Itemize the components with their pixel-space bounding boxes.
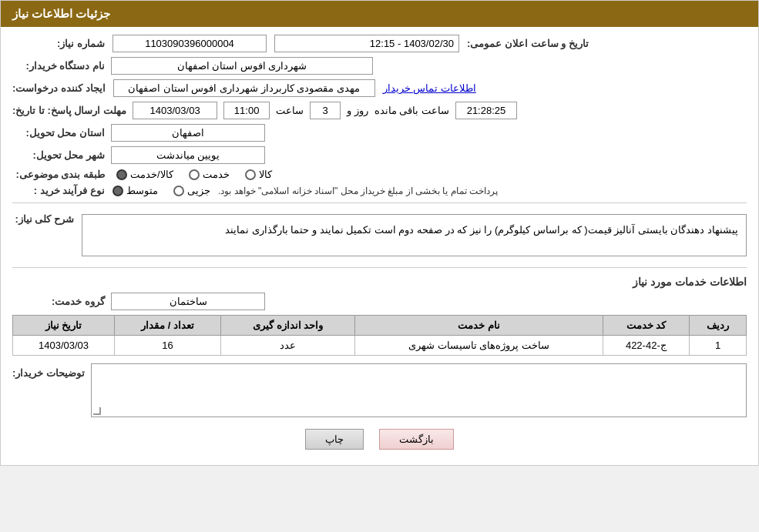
buyer-name-field: شهرداری افوس استان اصفهان	[111, 57, 373, 75]
bottom-buttons: بازگشت چاپ	[12, 429, 747, 450]
col-header-name: نام خدمت	[355, 316, 603, 336]
back-button[interactable]: بازگشت	[379, 429, 454, 450]
print-button[interactable]: چاپ	[305, 429, 364, 450]
creator-label: ایجاد کننده درخواست:	[12, 82, 106, 94]
buyer-notes-label: توضیحات خریدار:	[12, 367, 85, 379]
table-cell-name: ساخت پروژه‌های تاسیسات شهری	[355, 336, 603, 356]
remaining-time-field: 21:28:25	[455, 102, 517, 119]
remaining-label: ساعت باقی مانده	[374, 105, 449, 116]
service-group-label: گروه خدمت:	[12, 296, 105, 307]
date-field: 1403/03/03	[133, 102, 217, 119]
days-field: 3	[310, 102, 341, 119]
category-kala: کالا	[245, 169, 272, 180]
col-header-row: ردیف	[690, 316, 747, 336]
col-header-date: تاریخ نیاز	[13, 316, 115, 336]
page-title: جزئیات اطلاعات نیاز	[12, 7, 110, 20]
services-table: ردیف کد خدمت نام خدمت واحد اندازه گیری ت…	[12, 315, 747, 356]
description-box: پیشنهاد دهندگان بایستی آنالیز قیمت( که ب…	[82, 214, 747, 256]
days-and-label: روز و	[347, 105, 368, 116]
resize-icon	[93, 407, 101, 415]
table-cell-quantity: 16	[115, 336, 221, 356]
response-deadline-label: مهلت ارسال پاسخ: تا تاریخ:	[12, 105, 126, 116]
process-label: نوع فرآیند خرید :	[12, 185, 105, 196]
time-label: ساعت	[276, 105, 304, 116]
page-header: جزئیات اطلاعات نیاز	[1, 1, 758, 27]
process-jozi: جزیی	[173, 185, 210, 196]
contact-info-link[interactable]: اطلاعات تماس خریدار	[383, 82, 476, 94]
category-khidmat-radio[interactable]	[189, 169, 200, 180]
creator-field: مهدی مقصودی کاربرداز شهرداری افوس استان …	[113, 79, 375, 97]
table-cell-date: 1403/03/03	[13, 336, 115, 356]
category-radio-group: کالا/خدمت خدمت کالا	[116, 169, 272, 180]
announcement-datetime-field: 1403/02/30 - 12:15	[274, 35, 459, 52]
city-field: یویین میاندشت	[111, 146, 265, 164]
services-section-title: اطلاعات خدمات مورد نیاز	[12, 276, 747, 288]
buyer-notes-textarea[interactable]	[91, 363, 747, 417]
city-label: شهر محل تحویل:	[12, 149, 105, 161]
col-header-unit: واحد اندازه گیری	[221, 316, 355, 336]
province-field: اصفهان	[111, 124, 265, 142]
table-cell-unit: عدد	[221, 336, 355, 356]
process-radio-group: متوسط جزیی	[113, 185, 210, 196]
category-kala-khidmat: کالا/خدمت	[116, 169, 173, 180]
category-kala-radio[interactable]	[245, 169, 256, 180]
table-row: 1ج-42-422ساخت پروژه‌های تاسیسات شهریعدد1…	[13, 336, 747, 356]
service-group-field: ساختمان	[111, 293, 265, 310]
process-mutavasit: متوسط	[113, 185, 158, 196]
category-khidmat: خدمت	[189, 169, 230, 180]
process-note: پرداخت تمام یا بخشی از مبلغ خریداز محل "…	[218, 186, 498, 196]
need-number-label: شماره نیاز:	[12, 38, 105, 49]
col-header-qty: تعداد / مقدار	[115, 316, 221, 336]
province-label: استان محل تحویل:	[12, 127, 105, 139]
process-mutavasit-radio[interactable]	[113, 186, 123, 196]
table-cell-row: 1	[690, 336, 747, 356]
col-header-code: کد خدمت	[603, 316, 689, 336]
description-label: شرح کلی نیاز:	[12, 213, 74, 225]
time-field: 11:00	[223, 102, 270, 119]
category-kala-khidmat-radio[interactable]	[116, 169, 127, 180]
need-number-field: 1103090396000004	[113, 35, 267, 52]
announcement-datetime-label: تاریخ و ساعت اعلان عمومی:	[467, 38, 589, 49]
process-jozi-radio[interactable]	[173, 186, 184, 196]
buyer-name-label: نام دستگاه خریدار:	[12, 60, 105, 72]
category-label: طبقه بندی موضوعی:	[12, 169, 105, 180]
table-cell-code: ج-42-422	[603, 336, 689, 356]
